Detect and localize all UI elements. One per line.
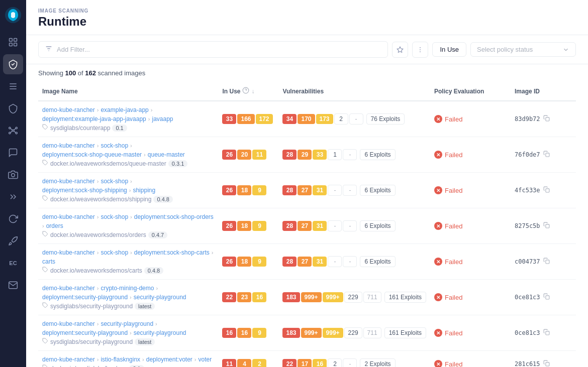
copy-id-button[interactable] [543, 151, 550, 159]
breadcrumb-part[interactable]: voter [199, 356, 212, 363]
exploits-badge[interactable]: 2 Exploits [360, 358, 395, 367]
copy-id-button[interactable] [543, 293, 550, 301]
exploits-badge[interactable]: 76 Exploits [366, 113, 405, 125]
breadcrumb-separator: › [130, 330, 132, 336]
image-repo: sysdiglabs/counterapp0.1 [42, 124, 214, 132]
breadcrumb-part[interactable]: deployment:voter [146, 356, 192, 363]
exploits-badge[interactable]: 6 Exploits [360, 220, 395, 231]
breadcrumb-part[interactable]: sock-shop [101, 249, 128, 256]
breadcrumb-separator: › [97, 321, 99, 327]
breadcrumb-part[interactable]: orders [46, 222, 63, 229]
copy-id-button[interactable] [543, 258, 550, 266]
image-repo: docker.io/weaveworksdemos/shipping0.4.8 [42, 195, 214, 203]
exploits-badge[interactable]: 6 Exploits [360, 256, 395, 267]
image-id-cell: 0ce81c3 [511, 315, 576, 351]
breadcrumb-part[interactable]: sock-shop [101, 213, 128, 220]
breadcrumb-part[interactable]: deployment:sock-shop-queue-master [42, 151, 142, 158]
breadcrumb-path: demo-kube-rancher›sock-shop›deployment:s… [42, 213, 214, 229]
breadcrumb-part[interactable]: demo-kube-rancher [42, 178, 95, 185]
breadcrumb-part[interactable]: deployment:sock-shop-shipping [42, 187, 127, 194]
exploits-badge[interactable]: 161 Exploits [384, 327, 426, 338]
more-options-button[interactable] [412, 42, 428, 58]
breadcrumb-part[interactable]: deployment:sock-shop-carts [134, 249, 210, 256]
policy-status-select[interactable]: Select policy status [470, 42, 576, 57]
copy-id-button[interactable] [543, 360, 550, 367]
image-id-text: c004737 [515, 258, 540, 265]
table-row: demo-kube-rancher›example-java-app›deplo… [38, 101, 576, 137]
sidebar-item-scanning[interactable] [3, 54, 23, 74]
sidebar-item-shield[interactable] [3, 98, 23, 118]
filter-input-area[interactable]: Add Filter... [38, 41, 388, 58]
severity-badge: 18 [237, 257, 251, 267]
breadcrumb-part[interactable]: demo-kube-rancher [42, 320, 95, 327]
breadcrumb-part[interactable]: security-playground [134, 294, 186, 301]
chevron-down-icon [562, 46, 569, 53]
image-id-text: 0ce81c3 [515, 294, 540, 301]
breadcrumb-part[interactable]: carts [42, 258, 55, 265]
sidebar-item-chat[interactable] [3, 143, 23, 163]
breadcrumb-part[interactable]: deployment:sock-shop-orders [134, 213, 214, 220]
copy-id-button[interactable] [543, 115, 550, 123]
sidebar-item-message[interactable] [3, 275, 23, 295]
svg-rect-40 [545, 331, 549, 335]
exploits-badge[interactable]: 161 Exploits [384, 292, 426, 303]
breadcrumb-part[interactable]: demo-kube-rancher [42, 356, 95, 363]
breadcrumb-part[interactable]: deployment:example-java-app-javaapp [42, 115, 146, 123]
sidebar-item-ec[interactable]: EC [3, 253, 23, 273]
breadcrumb-part[interactable]: security-playground [101, 320, 153, 327]
breadcrumb-part[interactable]: demo-kube-rancher [42, 285, 95, 292]
breadcrumb-part[interactable]: demo-kube-rancher [42, 106, 95, 113]
breadcrumb-part[interactable]: sock-shop [101, 142, 128, 149]
sidebar-item-network[interactable] [3, 120, 23, 141]
copy-id-button[interactable] [543, 329, 550, 337]
sidebar-item-rocket[interactable] [3, 231, 23, 251]
in-use-severity-group: 222316 [222, 292, 274, 302]
in-use-filter-button[interactable]: In Use [432, 42, 466, 57]
breadcrumb-part[interactable]: demo-kube-rancher [42, 249, 95, 256]
breadcrumb-part[interactable]: javaapp [152, 115, 173, 123]
breadcrumb-part[interactable]: istio-flasknginx [101, 356, 140, 363]
image-name-cell: demo-kube-rancher›example-java-app›deplo… [38, 101, 218, 137]
image-id-text: 76f0de7 [515, 151, 540, 158]
breadcrumb-part[interactable]: queue-master [148, 151, 185, 158]
svg-line-15 [11, 131, 12, 133]
tag-badge: latest [135, 338, 155, 345]
exploits-badge[interactable]: 6 Exploits [360, 149, 395, 160]
sidebar-item-layers[interactable] [3, 32, 23, 52]
sidebar-item-expand[interactable] [3, 187, 23, 207]
breadcrumb-part[interactable]: deployment:security-playground [42, 294, 128, 301]
breadcrumb-part[interactable]: crypto-mining-demo [101, 285, 154, 292]
breadcrumb-part[interactable]: sock-shop [101, 178, 128, 185]
copy-id-button[interactable] [543, 222, 550, 230]
sidebar-item-refresh[interactable] [3, 209, 23, 229]
breadcrumb-part[interactable]: example-java-app [101, 106, 148, 113]
sidebar-item-list[interactable] [3, 76, 23, 96]
col-policy-eval: Policy Evaluation [430, 82, 511, 101]
policy-failed-status: ✕Failed [434, 329, 507, 337]
image-id-cell: 76f0de7 [511, 137, 576, 173]
vulnerabilities-cell: 282731--6 Exploits [278, 208, 430, 244]
vuln-severity-group: 2217162- [282, 358, 357, 367]
image-name-cell: demo-kube-rancher›sock-shop›deployment:s… [38, 173, 218, 208]
image-id-text: 83d9b72 [515, 115, 540, 123]
sort-icon[interactable]: ↓ [251, 88, 254, 95]
favorite-button[interactable] [392, 42, 408, 58]
sidebar-item-camera[interactable] [3, 165, 23, 185]
breadcrumb-part[interactable]: security-playground [134, 329, 186, 336]
breadcrumb-part[interactable]: deployment:security-playground [42, 329, 128, 336]
policy-failed-status: ✕Failed [434, 115, 507, 123]
image-repo: sysdiglabs/security-playgroundlatest [42, 302, 214, 310]
breadcrumb-part[interactable]: demo-kube-rancher [42, 213, 95, 220]
vuln-severity-badge: 28 [282, 221, 297, 231]
in-use-help-icon[interactable] [242, 87, 249, 95]
image-name-cell: demo-kube-rancher›security-playground›de… [38, 315, 218, 351]
breadcrumb-part[interactable]: demo-kube-rancher [42, 142, 95, 149]
breadcrumb-part[interactable]: shipping [133, 187, 155, 194]
vuln-severity-badge: 28 [282, 257, 297, 267]
in-use-cell: 33166172 [218, 101, 278, 137]
breadcrumb-path: demo-kube-rancher›sock-shop›deployment:s… [42, 249, 214, 265]
copy-id-button[interactable] [543, 186, 550, 194]
exploits-badge[interactable]: 6 Exploits [360, 185, 395, 196]
svg-point-10 [16, 127, 17, 129]
image-repo: docker.io/weaveworksdemos/carts0.4.8 [42, 267, 214, 274]
